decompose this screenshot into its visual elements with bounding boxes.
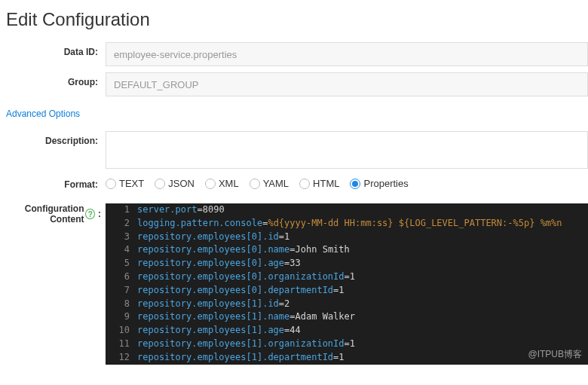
code-line: 12repository.employees[1].departmentId=1 bbox=[106, 351, 588, 365]
group-input[interactable] bbox=[106, 72, 588, 96]
code-line: 11repository.employees[1].organizationId… bbox=[106, 338, 588, 351]
radio-label: Properties bbox=[363, 178, 408, 189]
line-code: repository.employees[0].name=John Smith bbox=[137, 243, 588, 257]
line-code: server.port=8090 bbox=[137, 203, 588, 217]
line-number: 3 bbox=[106, 231, 137, 244]
advanced-options-link[interactable]: Advanced Options bbox=[0, 102, 588, 125]
line-code: repository.employees[1].organizationId=1 bbox=[137, 338, 588, 351]
radio-icon bbox=[299, 179, 310, 189]
line-number: 7 bbox=[106, 284, 137, 298]
code-line: 5repository.employees[0].age=33 bbox=[106, 257, 588, 270]
data-id-label: Data ID: bbox=[0, 42, 106, 57]
description-label: Description: bbox=[0, 131, 106, 146]
format-radio-text[interactable]: TEXT bbox=[106, 178, 144, 189]
line-code: repository.employees[0].age=33 bbox=[137, 257, 588, 270]
code-line: 3repository.employees[0].id=1 bbox=[106, 231, 588, 244]
radio-icon bbox=[106, 179, 116, 189]
format-radio-json[interactable]: JSON bbox=[155, 178, 194, 189]
line-number: 2 bbox=[106, 217, 137, 231]
line-code: logging.pattern.console=%d{yyyy-MM-dd HH… bbox=[137, 217, 588, 231]
format-radio-properties[interactable]: Properties bbox=[350, 178, 408, 189]
line-number: 12 bbox=[106, 351, 137, 365]
format-radio-group: TEXTJSONXMLYAMLHTMLProperties bbox=[106, 175, 416, 189]
format-radio-html[interactable]: HTML bbox=[299, 178, 339, 189]
line-code: repository.employees[0].departmentId=1 bbox=[137, 284, 588, 298]
code-line: 10repository.employees[1].age=44 bbox=[106, 324, 588, 338]
line-number: 1 bbox=[106, 203, 137, 217]
code-line: 8repository.employees[1].id=2 bbox=[106, 298, 588, 311]
radio-icon bbox=[205, 179, 216, 189]
line-number: 5 bbox=[106, 257, 137, 270]
help-icon[interactable]: ? bbox=[85, 209, 95, 219]
line-code: repository.employees[1].name=Adam Walker bbox=[137, 310, 588, 324]
radio-label: JSON bbox=[168, 178, 194, 189]
code-line: 6repository.employees[0].organizationId=… bbox=[106, 270, 588, 284]
group-label: Group: bbox=[0, 72, 106, 87]
line-code: repository.employees[1].departmentId=1 bbox=[137, 351, 588, 365]
config-content-label: Configuration Content ? : bbox=[0, 203, 106, 225]
format-radio-xml[interactable]: XML bbox=[205, 178, 239, 189]
radio-label: HTML bbox=[313, 178, 339, 189]
format-radio-yaml[interactable]: YAML bbox=[250, 178, 289, 189]
radio-icon bbox=[155, 179, 165, 189]
line-code: repository.employees[0].organizationId=1 bbox=[137, 270, 588, 284]
format-label: Format: bbox=[0, 175, 106, 190]
page-title: Edit Configuration bbox=[0, 0, 588, 36]
code-line: 2logging.pattern.console=%d{yyyy-MM-dd H… bbox=[106, 217, 588, 231]
line-number: 6 bbox=[106, 270, 137, 284]
line-number: 11 bbox=[106, 338, 137, 351]
radio-icon bbox=[250, 179, 260, 189]
line-number: 10 bbox=[106, 324, 137, 338]
line-number: 8 bbox=[106, 298, 137, 311]
line-code: repository.employees[1].age=44 bbox=[137, 324, 588, 338]
radio-label: TEXT bbox=[119, 178, 144, 189]
code-editor[interactable]: 1server.port=80902logging.pattern.consol… bbox=[106, 203, 588, 365]
code-line: 1server.port=8090 bbox=[106, 203, 588, 217]
code-line: 7repository.employees[0].departmentId=1 bbox=[106, 284, 588, 298]
description-input[interactable] bbox=[106, 131, 588, 169]
line-code: repository.employees[0].id=1 bbox=[137, 231, 588, 244]
data-id-input[interactable] bbox=[106, 42, 588, 66]
line-code: repository.employees[1].id=2 bbox=[137, 298, 588, 311]
colon: : bbox=[96, 209, 101, 219]
code-line: 9repository.employees[1].name=Adam Walke… bbox=[106, 310, 588, 324]
code-line: 4repository.employees[0].name=John Smith bbox=[106, 243, 588, 257]
radio-label: YAML bbox=[263, 178, 289, 189]
line-number: 9 bbox=[106, 310, 137, 324]
radio-label: XML bbox=[219, 178, 239, 189]
radio-icon bbox=[350, 179, 360, 189]
line-number: 4 bbox=[106, 243, 137, 257]
watermark: @ITPUB博客 bbox=[528, 348, 582, 362]
